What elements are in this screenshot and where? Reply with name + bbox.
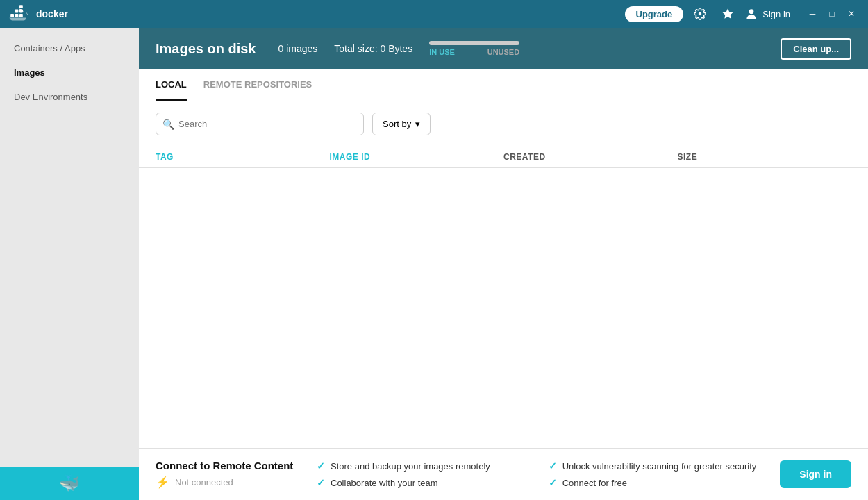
feature-item-2: ✓ Collaborate with your team <box>317 477 526 488</box>
table-header: TAG IMAGE ID CREATED SIZE <box>139 147 868 168</box>
maximize-button[interactable]: □ <box>824 6 840 22</box>
not-connected-label: Not connected <box>175 477 233 488</box>
sidebar-footer-icon: 🐳 <box>59 474 80 493</box>
account-icon <box>744 7 758 21</box>
titlebar-actions: Upgrade Sign in ─ □ ✕ <box>625 3 860 25</box>
col-created: CREATED <box>503 152 678 162</box>
feature-item-0: ✓ Store and backup your images remotely <box>317 460 526 472</box>
usage-legend: IN USE UNUSED <box>429 41 519 56</box>
legend-track <box>429 41 519 45</box>
sidebar-nav: Containers / Apps Images Dev Environment… <box>0 28 139 467</box>
images-count: 0 images <box>278 43 318 54</box>
titlebar: docker Upgrade Sign in ─ □ ✕ <box>0 0 868 28</box>
tab-remote-repositories[interactable]: REMOTE REPOSITORIES <box>203 69 312 101</box>
sidebar-item-containers-apps[interactable]: Containers / Apps <box>0 36 139 60</box>
tabs-bar: LOCAL REMOTE REPOSITORIES <box>139 69 868 101</box>
app-name: docker <box>36 8 68 19</box>
sidebar: Containers / Apps Images Dev Environment… <box>0 28 139 500</box>
feature-text-2: Collaborate with your team <box>331 478 438 488</box>
page-title: Images on disk <box>156 41 256 57</box>
content-area: Images on disk 0 images Total size: 0 By… <box>139 28 868 500</box>
check-icon-0: ✓ <box>317 460 325 472</box>
minimize-button[interactable]: ─ <box>804 6 821 22</box>
banner-sign-in-button[interactable]: Sign in <box>780 460 851 488</box>
app-logo: docker <box>8 3 68 25</box>
check-icon-2: ✓ <box>317 477 325 488</box>
gear-icon <box>694 8 706 20</box>
notifications-button[interactable] <box>717 3 739 25</box>
header-stats: 0 images Total size: 0 Bytes IN USE UNUS… <box>278 41 759 56</box>
feature-item-3: ✓ Connect for free <box>549 477 758 488</box>
window-controls: ─ □ ✕ <box>804 6 860 22</box>
sort-by-button[interactable]: Sort by ▾ <box>372 112 431 135</box>
check-icon-1: ✓ <box>549 460 557 472</box>
clean-up-button[interactable]: Clean up... <box>781 38 851 60</box>
close-button[interactable]: ✕ <box>843 6 860 22</box>
sidebar-footer: 🐳 <box>0 467 139 500</box>
col-tag: TAG <box>156 152 330 162</box>
sort-by-label: Sort by <box>383 119 411 129</box>
col-image-id: IMAGE ID <box>330 152 504 162</box>
banner-features: ✓ Store and backup your images remotely … <box>317 460 758 488</box>
banner-title: Connect to Remote Content <box>156 460 294 472</box>
controls-bar: 🔍 Sort by ▾ <box>139 101 868 147</box>
sidebar-item-dev-environments[interactable]: Dev Environments <box>0 85 139 109</box>
settings-button[interactable] <box>689 3 711 25</box>
svg-rect-0 <box>10 14 14 17</box>
sidebar-item-images[interactable]: Images <box>0 60 139 85</box>
tab-local[interactable]: LOCAL <box>156 69 187 101</box>
svg-rect-2 <box>19 14 23 17</box>
sign-in-button[interactable]: Sign in <box>744 7 790 21</box>
check-icon-3: ✓ <box>549 477 557 488</box>
legend-in-use: IN USE <box>429 48 455 56</box>
svg-rect-1 <box>15 14 19 17</box>
legend-labels: IN USE UNUSED <box>429 48 519 56</box>
docker-logo-icon <box>8 3 31 25</box>
not-connected-status: ⚡ Not connected <box>156 476 294 489</box>
feature-text-0: Store and backup your images remotely <box>331 461 490 472</box>
search-input[interactable] <box>156 112 364 135</box>
main-layout: Containers / Apps Images Dev Environment… <box>0 28 868 500</box>
banner-title-section: Connect to Remote Content ⚡ Not connecte… <box>156 460 294 489</box>
total-size: Total size: 0 Bytes <box>334 43 412 54</box>
star-icon <box>721 8 734 20</box>
search-icon: 🔍 <box>162 119 174 130</box>
search-input-wrap: 🔍 <box>156 112 364 135</box>
svg-point-6 <box>749 9 754 14</box>
svg-rect-3 <box>15 10 19 13</box>
sign-in-label: Sign in <box>762 9 790 19</box>
svg-rect-5 <box>19 5 23 8</box>
upgrade-button[interactable]: Upgrade <box>625 6 684 22</box>
col-size: SIZE <box>678 152 852 162</box>
legend-unused: UNUSED <box>487 48 519 56</box>
content-header: Images on disk 0 images Total size: 0 By… <box>139 28 868 69</box>
feature-item-1: ✓ Unlock vulnerability scanning for grea… <box>549 460 758 472</box>
feature-text-3: Connect for free <box>562 478 627 488</box>
table-area: TAG IMAGE ID CREATED SIZE <box>139 147 868 448</box>
feature-text-1: Unlock vulnerability scanning for greate… <box>562 461 757 472</box>
chevron-down-icon: ▾ <box>415 119 420 129</box>
bottom-banner: Connect to Remote Content ⚡ Not connecte… <box>139 448 868 500</box>
not-connected-icon: ⚡ <box>156 476 169 489</box>
